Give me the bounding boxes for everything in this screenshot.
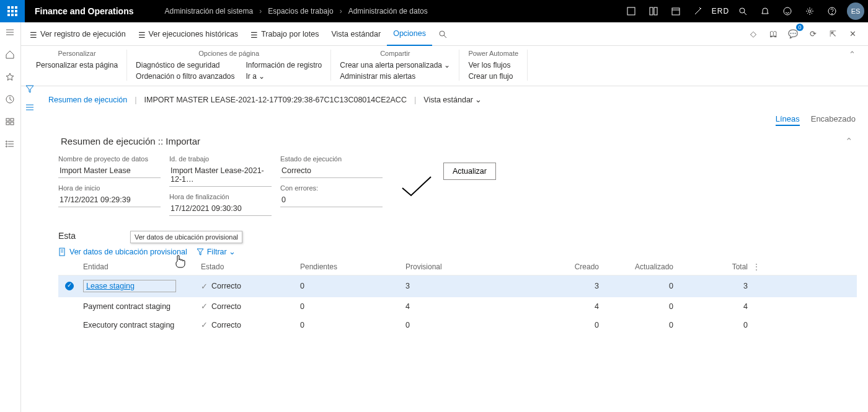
exec-status-value: Correcto — [280, 164, 383, 178]
svg-rect-12 — [672, 8, 680, 15]
svg-rect-27 — [11, 119, 14, 121]
calendar-icon[interactable] — [665, 0, 687, 22]
chevron-up-icon[interactable]: ⌃ — [849, 50, 856, 59]
tab-lines[interactable]: Líneas — [776, 114, 800, 126]
col-total[interactable]: Total — [676, 261, 750, 272]
app-launcher[interactable] — [0, 0, 25, 22]
lines-icon[interactable] — [25, 102, 36, 114]
breadcrumb-item[interactable]: Administración de datos — [348, 7, 428, 16]
ribbon-group-page-options: Opciones de página Diagnóstico de seguri… — [127, 50, 331, 81]
cmd-options[interactable]: Opciones — [387, 22, 432, 46]
start-time-value: 17/12/2021 09:29:39 — [58, 193, 161, 207]
ribbon-group-power-automate: Power Automate Ver los flujos Crear un f… — [459, 50, 528, 81]
opt-create-alert[interactable]: Crear una alerta personalizada ⌄ — [340, 61, 450, 69]
job-id-value: Import Master Lease-2021-12-1… — [169, 164, 272, 187]
filter-icon[interactable] — [25, 84, 36, 95]
refresh-icon[interactable]: ⟳ — [805, 26, 821, 42]
cmd-search[interactable] — [432, 22, 453, 46]
svg-rect-0 — [7, 6, 10, 9]
cmd-standard-view[interactable]: Vista estándar — [325, 22, 387, 46]
svg-rect-29 — [11, 122, 14, 125]
popout-icon[interactable]: ⇱ — [825, 26, 841, 42]
cmd-batch[interactable]: ☰Trabajo por lotes — [244, 22, 325, 46]
topbar: Finance and Operations Administración de… — [0, 0, 868, 22]
col-updated[interactable]: Actualizado — [601, 261, 676, 272]
opt-create-flow[interactable]: Crear un flujo — [468, 72, 513, 81]
col-pending[interactable]: Pendientes — [298, 261, 403, 272]
left-rail — [0, 22, 21, 412]
window-icon[interactable] — [620, 0, 642, 22]
gear-icon[interactable] — [799, 0, 821, 22]
svg-point-18 — [784, 7, 791, 15]
col-created[interactable]: Creado — [527, 261, 601, 272]
view-selector[interactable]: Vista estándar ⌄ — [423, 95, 482, 104]
magic-wand-icon[interactable] — [687, 0, 709, 22]
entity-link[interactable]: Lease staging — [83, 280, 176, 292]
svg-line-37 — [444, 35, 446, 38]
check-icon: ✓ — [201, 282, 208, 291]
svg-rect-7 — [11, 14, 14, 16]
svg-point-19 — [808, 10, 811, 12]
tooltip: Ver datos de ubicación provisional — [130, 231, 242, 243]
svg-rect-2 — [15, 6, 17, 9]
svg-rect-10 — [650, 7, 653, 15]
smiley-icon[interactable] — [776, 0, 799, 22]
opt-personalize-page[interactable]: Personalizar esta página — [36, 61, 118, 69]
diamond-icon[interactable]: ◇ — [745, 26, 761, 42]
job-id-text: IMPORT MASTER LEASE-2021-12-17T09:29:38-… — [144, 96, 407, 104]
opt-security-diag[interactable]: Diagnóstico de seguridad — [136, 61, 234, 69]
refresh-button[interactable]: Actualizar — [443, 163, 496, 180]
table-row[interactable]: Lease staging ✓Correcto 0 3 3 0 3 — [58, 275, 857, 297]
row-radio[interactable] — [65, 282, 74, 290]
cmd-history[interactable]: ☰Ver ejecuciones históricas — [132, 22, 245, 46]
opt-view-flows[interactable]: Ver los flujos — [468, 61, 513, 69]
check-icon: ✓ — [201, 302, 208, 311]
filter-icon — [196, 248, 205, 256]
panels-icon[interactable] — [642, 0, 665, 22]
list-icon[interactable] — [5, 139, 16, 150]
waffle-icon — [7, 6, 17, 16]
view-staging-button[interactable]: Ver datos de ubicación provisional — [58, 248, 187, 256]
more-icon[interactable]: ⋮ — [750, 261, 765, 272]
attachment-icon[interactable]: 🕮 — [765, 26, 781, 42]
check-icon: ✓ — [201, 320, 208, 329]
svg-point-35 — [6, 146, 7, 147]
help-icon[interactable] — [821, 0, 843, 22]
bell-icon[interactable] — [754, 0, 776, 22]
topbar-right: ERD ES — [620, 0, 868, 22]
opt-advanced-sort[interactable]: Ordenación o filtro avanzados — [136, 72, 234, 81]
breadcrumb-item[interactable]: Espacios de trabajo — [268, 7, 333, 16]
notification-icon[interactable]: 0💬 — [785, 26, 801, 42]
col-state[interactable]: Estado — [198, 261, 298, 272]
breadcrumb-item[interactable]: Administración del sistema — [164, 7, 253, 16]
main: ☰Ver registro de ejecución ☰Ver ejecucio… — [21, 22, 868, 412]
star-icon[interactable] — [5, 72, 16, 83]
page-title: Resumen de ejecución :: Importar — [61, 136, 200, 146]
filter-button[interactable]: Filtrar ⌄ — [196, 247, 236, 256]
svg-rect-8 — [15, 14, 17, 16]
project-name-value: Import Master Lease — [58, 164, 161, 178]
chevron-up-icon[interactable]: ⌃ — [845, 136, 853, 147]
table-row[interactable]: Executory contract staging ✓Correcto 0 0… — [58, 316, 857, 334]
opt-go-to[interactable]: Ir a ⌄ — [246, 72, 322, 81]
table-row[interactable]: Payment contract staging ✓Correcto 0 4 4… — [58, 297, 857, 316]
exec-summary-link[interactable]: Resumen de ejecución — [48, 96, 127, 104]
avatar[interactable]: ES — [847, 2, 864, 20]
close-icon[interactable]: ✕ — [844, 26, 861, 42]
home-icon[interactable] — [5, 50, 16, 61]
search-icon[interactable] — [732, 0, 754, 22]
search-icon — [438, 30, 447, 38]
erd-button[interactable]: ERD — [709, 0, 732, 22]
list-icon: ☰ — [30, 30, 37, 38]
col-staging[interactable]: Provisional — [403, 261, 527, 272]
hamburger-icon[interactable] — [5, 27, 16, 38]
opt-manage-alerts[interactable]: Administrar mis alertas — [340, 72, 450, 81]
errors-value: 0 — [280, 193, 383, 207]
module-icon[interactable] — [5, 117, 16, 128]
svg-rect-4 — [11, 10, 14, 12]
opt-record-info[interactable]: Información de registro — [246, 61, 322, 69]
cmd-execution-log[interactable]: ☰Ver registro de ejecución — [24, 22, 132, 46]
svg-rect-9 — [627, 7, 635, 15]
clock-icon[interactable] — [5, 94, 16, 105]
tab-header[interactable]: Encabezado — [811, 114, 856, 126]
